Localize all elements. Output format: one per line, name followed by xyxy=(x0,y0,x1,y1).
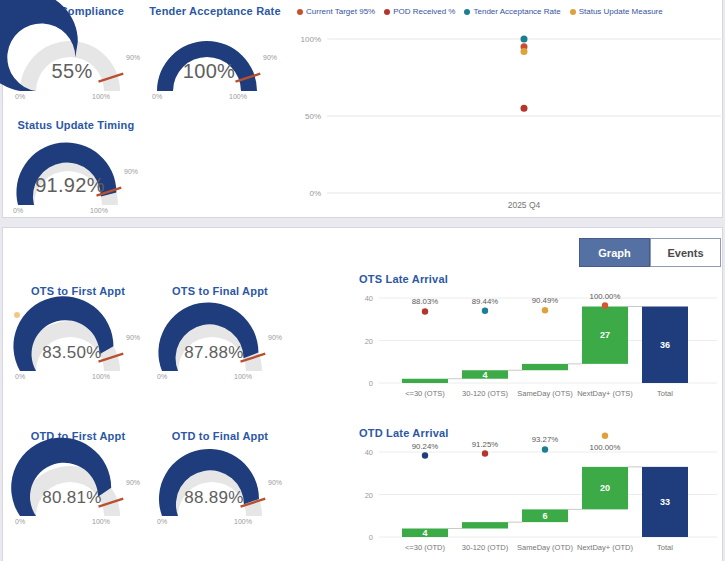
gauge-max-label: 100% xyxy=(90,207,108,214)
legend-dot-icon xyxy=(570,9,576,15)
legend-label: POD Received % xyxy=(393,7,455,16)
legend-item[interactable]: Status Update Measure xyxy=(570,7,663,16)
gauge-value: 88.89% xyxy=(158,488,270,508)
waterfall-plot-area: OTD Late Arrival020404<=30 (OTD)30-120 (… xyxy=(353,424,723,561)
x-axis-category: Total xyxy=(657,543,673,552)
y-axis-tick: 40 xyxy=(365,294,373,303)
legend-item[interactable]: Current Target 95% xyxy=(297,7,375,16)
view-tabs: Graph Events xyxy=(579,238,721,267)
percentage-label: 90.24% xyxy=(412,442,439,451)
kpi-trend-scatter-chart[interactable]: Current Target 95%POD Received %Tender A… xyxy=(291,3,725,215)
bar-value-label: 33 xyxy=(660,497,670,507)
y-axis-tick: 50% xyxy=(305,112,321,121)
gauge-target-label: 90% xyxy=(126,334,140,341)
bar-value-label: 4 xyxy=(422,528,427,538)
gauge-target-label: 90% xyxy=(126,479,140,486)
legend-dot-icon xyxy=(297,9,303,15)
gauge-max-label: 100% xyxy=(92,518,110,525)
y-axis-tick: 0 xyxy=(369,379,373,388)
chart-title: OTD Late Arrival xyxy=(359,427,449,439)
x-axis-category: Total xyxy=(657,389,673,398)
y-axis-tick: 40 xyxy=(365,448,373,457)
gauge-max-label: 100% xyxy=(234,518,252,525)
x-axis-category: 30-120 (OTD) xyxy=(462,543,509,552)
gauge-max-label: 100% xyxy=(92,373,110,380)
bar-value-label: 4 xyxy=(482,370,487,380)
gauge-min-label: 0% xyxy=(152,93,162,100)
waterfall-bar[interactable] xyxy=(462,522,508,528)
gauge-target-label: 90% xyxy=(124,168,138,175)
scatter-point[interactable] xyxy=(521,48,528,55)
gauge-ots-to-first-appt[interactable]: OTS to First Appt 83.50% 0% 100% 90% xyxy=(8,283,148,391)
scatter-point[interactable] xyxy=(521,36,528,43)
gauge-target-label: 90% xyxy=(268,334,282,341)
legend-item[interactable]: POD Received % xyxy=(384,7,455,16)
gauge-min-label: 0% xyxy=(157,518,167,525)
gauge-value: 80.81% xyxy=(16,488,128,508)
x-axis-label: 2025 Q4 xyxy=(508,200,541,210)
percentage-marker[interactable] xyxy=(602,302,608,308)
gauge-value: 91.92% xyxy=(14,174,126,197)
percentage-label: 100.00% xyxy=(590,292,621,301)
kpi-summary-card: POD Compliance 55% 0% 100% 90% Tender Ac… xyxy=(2,0,723,218)
y-axis-tick: 20 xyxy=(365,491,373,500)
gauge-otd-to-first-appt[interactable]: OTD to First Appt 80.81% 0% 100% 90% xyxy=(8,428,148,536)
dashboard-page: { "theme": { "navy": "#1f3d7c", "green":… xyxy=(0,0,725,561)
gauge-max-label: 100% xyxy=(92,93,110,100)
gauge-title: OTS to Final Appt xyxy=(140,285,300,297)
scatter-point[interactable] xyxy=(521,105,528,112)
gauge-max-label: 100% xyxy=(229,93,247,100)
tab-graph[interactable]: Graph xyxy=(579,238,650,267)
gauge-tender-acceptance-rate[interactable]: Tender Acceptance Rate 100% 0% 100% 90% xyxy=(145,3,285,111)
y-axis-tick: 100% xyxy=(301,35,321,44)
x-axis-category: <=30 (OTS) xyxy=(405,389,445,398)
bar-value-label: 6 xyxy=(542,511,547,521)
gauge-value: 55% xyxy=(16,60,128,83)
percentage-label: 89.44% xyxy=(472,297,499,306)
scatter-plot-area: 0%50%100%2025 Q4 xyxy=(291,17,725,213)
percentage-label: 91.25% xyxy=(472,440,499,449)
legend-dot-icon xyxy=(464,9,470,15)
x-axis-category: NextDay+ (OTS) xyxy=(577,389,633,398)
gauge-status-update-timing[interactable]: Status Update Timing 91.92% 0% 100% 90% xyxy=(6,117,146,225)
gauge-pod-compliance[interactable]: POD Compliance 55% 0% 100% 90% xyxy=(8,3,148,111)
waterfall-bar[interactable] xyxy=(522,364,568,370)
y-axis-tick: 0 xyxy=(369,533,373,542)
tab-events[interactable]: Events xyxy=(650,238,721,267)
gauge-value: 83.50% xyxy=(16,343,128,363)
x-axis-category: <=30 (OTD) xyxy=(405,543,446,552)
gauge-otd-to-final-appt[interactable]: OTD to Final Appt 88.89% 0% 100% 90% xyxy=(150,428,290,536)
gauge-title: Status Update Timing xyxy=(0,119,156,131)
percentage-marker[interactable] xyxy=(482,308,488,314)
percentage-label: 88.03% xyxy=(412,297,439,306)
percentage-marker[interactable] xyxy=(422,308,428,314)
percentage-marker[interactable] xyxy=(422,452,428,458)
legend-dot-icon xyxy=(384,9,390,15)
y-axis-tick: 0% xyxy=(309,189,321,198)
gauge-title: OTD to Final Appt xyxy=(140,430,300,442)
percentage-marker[interactable] xyxy=(482,450,488,456)
legend-label: Tender Acceptance Rate xyxy=(473,7,560,16)
gauge-min-label: 0% xyxy=(157,373,167,380)
bar-value-label: 20 xyxy=(600,483,610,493)
waterfall-plot-area: OTS Late Arrival02040<=30 (OTS)430-120 (… xyxy=(353,270,723,416)
bar-value-label: 27 xyxy=(600,330,610,340)
gauge-value: 87.88% xyxy=(158,343,270,363)
otd-late-arrival-chart[interactable]: OTD Late Arrival020404<=30 (OTD)30-120 (… xyxy=(353,424,723,561)
gauge-target-label: 90% xyxy=(263,54,277,61)
percentage-label: 93.27% xyxy=(532,435,559,444)
ots-late-arrival-chart[interactable]: OTS Late Arrival02040<=30 (OTS)430-120 (… xyxy=(353,270,723,416)
percentage-label: 100.00% xyxy=(590,443,621,452)
percentage-marker[interactable] xyxy=(602,433,608,439)
gauge-max-label: 100% xyxy=(234,373,252,380)
waterfall-bar[interactable] xyxy=(402,379,448,383)
gauge-ots-to-final-appt[interactable]: OTS to Final Appt 87.88% 0% 100% 90% xyxy=(150,283,290,391)
x-axis-category: SameDay (OTS) xyxy=(517,389,573,398)
gauge-min-label: 0% xyxy=(15,93,25,100)
gauge-min-label: 0% xyxy=(15,518,25,525)
percentage-marker[interactable] xyxy=(542,307,548,313)
x-axis-category: 30-120 (OTS) xyxy=(462,389,508,398)
late-arrival-card: Graph Events OTS to First Appt 83.50% 0%… xyxy=(2,227,723,561)
legend-item[interactable]: Tender Acceptance Rate xyxy=(464,7,560,16)
percentage-marker[interactable] xyxy=(542,446,548,452)
